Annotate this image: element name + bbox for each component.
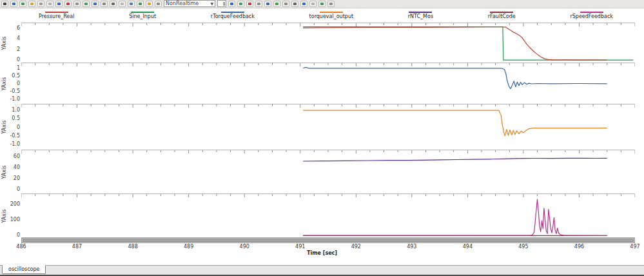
x-tick-label: 493 — [407, 244, 416, 250]
mode-combobox[interactable]: NonRealtime ▼ — [164, 0, 215, 7]
toolbar-icon-6[interactable] — [273, 1, 280, 7]
minor-tick-marks — [21, 194, 635, 197]
toolbar-icon-7[interactable] — [55, 1, 63, 7]
toolbar-icon-1[interactable] — [228, 1, 235, 7]
toolbar-icon-12[interactable] — [101, 1, 108, 7]
legend-item-rTorqueFeedback[interactable]: rTorqueFeedback — [211, 12, 255, 19]
toolbar-icon-5[interactable] — [37, 1, 44, 7]
toolbar-icon-14[interactable] — [119, 1, 126, 7]
y-tick-label: 0.5 — [7, 116, 20, 121]
x-tick-label: 496 — [574, 244, 584, 250]
x-tick-label: 488 — [128, 244, 137, 250]
toolbar-icon-11[interactable] — [92, 1, 99, 7]
toolbar-icon-10[interactable] — [83, 1, 90, 7]
toolbar-icon-4[interactable] — [255, 1, 262, 7]
toolbar-icon-5[interactable] — [264, 1, 271, 7]
toolbar-icon-17[interactable] — [146, 1, 153, 7]
legend-item-Pressure_Real[interactable]: Pressure_Real — [39, 12, 74, 19]
toolbar-icon-13[interactable] — [110, 1, 117, 7]
trace-rSpeedFeedback — [303, 199, 607, 235]
trace-torqueval_output — [303, 110, 607, 135]
tab-oscilloscope[interactable]: oscilloscope — [2, 265, 46, 274]
toolbar-icon-11[interactable] — [318, 1, 326, 7]
plot-panels: YAxis6420YAxis10.50-0.5-1.0YAxis1.00.50-… — [21, 23, 635, 238]
toolbar-icon-7[interactable] — [282, 1, 289, 7]
y-tick-label: -0.5 — [7, 89, 20, 94]
x-tick-label: 495 — [518, 244, 528, 250]
toolbar-spinner[interactable]: ▲▼ — [217, 0, 226, 7]
combo-value: NonRealtime — [166, 1, 199, 6]
panel-plot-area — [21, 194, 635, 238]
y-tick-label: 4 — [7, 36, 20, 41]
toolbar-icon-3[interactable] — [246, 1, 253, 7]
toolbar-icon-16[interactable] — [137, 1, 144, 7]
x-tick-label: 489 — [184, 244, 193, 250]
legend-label: rNTC_Mos — [408, 14, 433, 19]
legend-label: rSpeedFeedback — [570, 14, 612, 19]
y-tick-label: 0 — [7, 233, 20, 238]
y-axis-title: YAxis — [1, 121, 7, 134]
y-tick-label: 0 — [7, 187, 20, 192]
toolbar-icon-18[interactable] — [155, 1, 162, 7]
x-tick-label: 487 — [72, 244, 82, 250]
y-tick-label: 100 — [7, 217, 20, 222]
bottom-gap — [0, 260, 644, 265]
y-tick-label: 0 — [7, 125, 20, 130]
toolbar-icon-1[interactable] — [1, 1, 8, 7]
scrollbar-thumb[interactable] — [23, 239, 634, 242]
legend-item-rNTC_Mos[interactable]: rNTC_Mos — [408, 12, 433, 19]
toolbar-icon-10[interactable] — [309, 1, 317, 7]
legend-color-line — [409, 12, 432, 13]
x-tick-label: 497 — [630, 244, 639, 250]
y-axis-title: YAxis — [1, 36, 7, 50]
trace-rNTC_Mos — [303, 158, 607, 161]
toolbar-icon-15[interactable] — [128, 1, 135, 7]
plot-panel-1: YAxis6420 — [21, 23, 635, 63]
legend-color-line — [580, 12, 603, 13]
legend-color-line — [320, 12, 343, 13]
toolbar-icon-2[interactable] — [237, 1, 244, 7]
x-axis-ticks: 486487488489490491492493494495496497 — [21, 243, 635, 250]
toolbar-right-icon-group — [228, 1, 335, 7]
legend-color-line — [221, 12, 244, 13]
toolbar-icon-6[interactable] — [46, 1, 54, 7]
y-tick-label: -1.0 — [7, 97, 20, 102]
legend-label: Pressure_Real — [39, 14, 74, 19]
y-tick-label: 1 — [7, 66, 20, 71]
y-tick-label: -1.0 — [7, 142, 20, 147]
toolbar-icon-2[interactable] — [10, 1, 17, 7]
toolbar-icon-4[interactable] — [28, 1, 35, 7]
y-tick-label: 200 — [7, 202, 20, 207]
legend-item-torqueval_output[interactable]: torqueval_output — [309, 12, 354, 19]
chevron-down-icon: ▼ — [210, 2, 213, 6]
toolbar-icon-8[interactable] — [64, 1, 72, 7]
legend-label: torqueval_output — [309, 14, 354, 19]
toolbar-icon-12[interactable] — [327, 1, 335, 7]
toolbar-icon-8[interactable] — [291, 1, 298, 7]
minor-tick-marks — [21, 104, 635, 108]
toolbar-icon-3[interactable] — [19, 1, 26, 7]
toolbar-icon-9[interactable] — [73, 1, 81, 7]
x-tick-label: 492 — [351, 244, 361, 250]
panel-plot-area — [21, 104, 635, 150]
legend: Pressure_RealSine_InputrTorqueFeedbackto… — [0, 8, 644, 23]
legend-item-Sine_Input[interactable]: Sine_Input — [129, 12, 156, 19]
tab-bar: oscilloscope — [0, 265, 644, 275]
legend-item-rFaultCode[interactable]: rFaultCode — [488, 12, 516, 19]
y-tick-label: 0.5 — [7, 74, 20, 79]
trace-Pressure_Real — [303, 27, 607, 61]
toolbar-icon-9[interactable] — [300, 1, 307, 7]
x-tick-label: 491 — [295, 244, 305, 250]
x-tick-label: 490 — [240, 244, 249, 250]
plot-panel-2: YAxis10.50-0.5-1.0 — [21, 63, 635, 104]
legend-item-rSpeedFeedback[interactable]: rSpeedFeedback — [570, 12, 612, 19]
y-tick-label: 20 — [7, 176, 20, 181]
y-tick-label: 6 — [7, 26, 20, 31]
plot-panel-5: YAxis2001000 — [21, 194, 635, 238]
x-tick-label: 494 — [463, 244, 473, 250]
minor-tick-marks — [21, 23, 635, 26]
time-scrollbar[interactable] — [21, 238, 635, 243]
y-axis-title: YAxis — [1, 209, 7, 222]
trace-Sine_Input — [303, 27, 633, 60]
x-axis-label: Time [sec] — [0, 250, 644, 257]
